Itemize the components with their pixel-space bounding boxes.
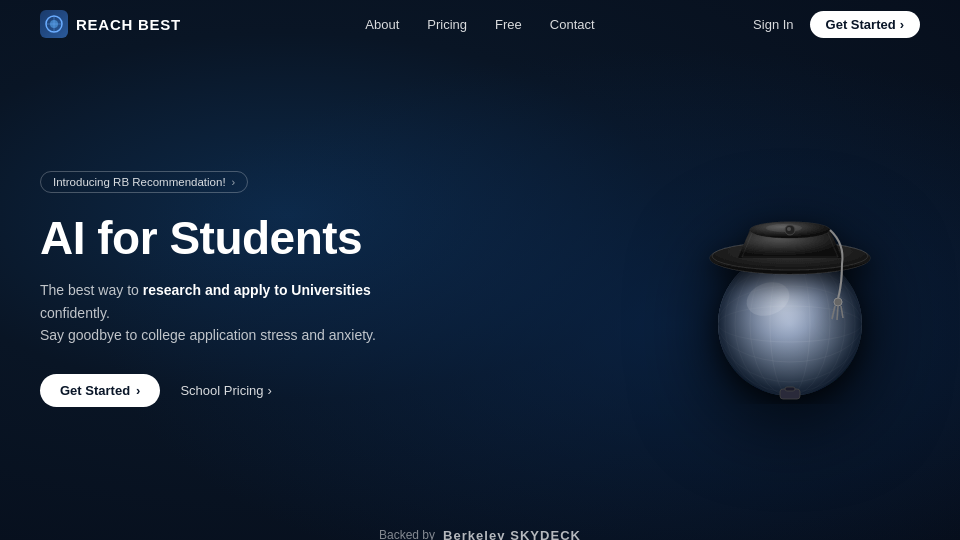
nav-right: Sign In Get Started › [753,11,920,38]
announcement-badge[interactable]: Introducing RB Recommendation! › [40,171,248,193]
backer-logo: Berkeley SKYDECK [443,528,581,541]
svg-point-21 [766,224,802,232]
svg-line-26 [837,306,838,320]
arrow-icon: › [136,383,140,398]
hero-subtitle: The best way to research and apply to Un… [40,279,420,346]
hero-buttons: Get Started › School Pricing › [40,374,520,407]
navbar: REACH BEST About Pricing Free Contact Si… [0,0,960,48]
hero-illustration [660,139,920,439]
nav-contact[interactable]: Contact [550,17,595,32]
hero-content: Introducing RB Recommendation! › AI for … [40,171,520,408]
sign-in-button[interactable]: Sign In [753,17,793,32]
logo[interactable]: REACH BEST [40,10,181,38]
brand-name: REACH BEST [76,16,181,33]
nav-free[interactable]: Free [495,17,522,32]
nav-about[interactable]: About [365,17,399,32]
backed-by-label: Backed by [379,528,435,540]
hero-title: AI for Students [40,213,520,264]
hero-section: Introducing RB Recommendation! › AI for … [0,68,960,510]
svg-point-23 [787,227,791,231]
svg-point-24 [834,298,842,306]
nav-pricing[interactable]: Pricing [427,17,467,32]
nav-links: About Pricing Free Contact [365,17,594,32]
school-pricing-link[interactable]: School Pricing › [180,383,271,398]
arrow-icon: › [268,383,272,398]
globe-3d [680,174,900,404]
footer: Backed by Berkeley SKYDECK [0,510,960,540]
get-started-nav-button[interactable]: Get Started › [810,11,920,38]
svg-rect-29 [785,387,795,391]
logo-icon [40,10,68,38]
badge-arrow-icon: › [232,176,236,188]
get-started-hero-button[interactable]: Get Started › [40,374,160,407]
